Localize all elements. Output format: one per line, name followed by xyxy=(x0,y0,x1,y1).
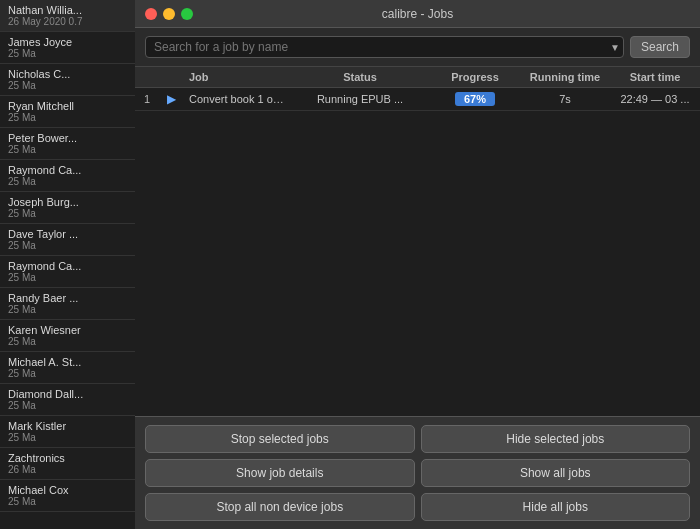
sidebar-item-9[interactable]: Randy Baer ... 25 Ma xyxy=(0,288,135,320)
search-input[interactable] xyxy=(145,36,624,58)
search-input-wrap: ▼ xyxy=(145,36,624,58)
sidebar-author: Mark Kistler xyxy=(8,420,127,432)
row-play-icon: ▶ xyxy=(159,92,183,106)
maximize-button[interactable] xyxy=(181,8,193,20)
sidebar-author: Raymond Ca... xyxy=(8,260,127,272)
sidebar-date: 25 Ma xyxy=(8,496,127,507)
sidebar-author: Joseph Burg... xyxy=(8,196,127,208)
table-row-0[interactable]: 1 ▶ Convert book 1 of 1 ... Running EPUB… xyxy=(135,88,700,111)
sidebar-author: Peter Bower... xyxy=(8,132,127,144)
sidebar-author: Randy Baer ... xyxy=(8,292,127,304)
row-num: 1 xyxy=(135,93,159,105)
show-all-button[interactable]: Show all jobs xyxy=(421,459,691,487)
sidebar-item-0[interactable]: Nathan Willia... 26 May 2020 0.7 xyxy=(0,0,135,32)
col-progress: Progress xyxy=(430,71,520,83)
table-header: Job Status Progress Running time Start t… xyxy=(135,67,700,88)
sidebar-date: 25 Ma xyxy=(8,272,127,283)
sidebar-author: Michael Cox xyxy=(8,484,127,496)
jobs-table: Job Status Progress Running time Start t… xyxy=(135,67,700,416)
sidebar-item-3[interactable]: Ryan Mitchell 25 Ma xyxy=(0,96,135,128)
sidebar-date: 25 Ma xyxy=(8,432,127,443)
sidebar-item-7[interactable]: Dave Taylor ... 25 Ma xyxy=(0,224,135,256)
row-status: Running EPUB ... xyxy=(290,93,430,105)
sidebar-author: Diamond Dall... xyxy=(8,388,127,400)
row-job: Convert book 1 of 1 ... xyxy=(183,93,290,105)
sidebar-item-5[interactable]: Raymond Ca... 25 Ma xyxy=(0,160,135,192)
sidebar-item-15[interactable]: Michael Cox 25 Ma xyxy=(0,480,135,512)
sidebar-item-11[interactable]: Michael A. St... 25 Ma xyxy=(0,352,135,384)
row-running-time: 7s xyxy=(520,93,610,105)
sidebar-author: Nicholas C... xyxy=(8,68,127,80)
close-button[interactable] xyxy=(145,8,157,20)
sidebar-item-13[interactable]: Mark Kistler 25 Ma xyxy=(0,416,135,448)
window-controls xyxy=(145,8,193,20)
sidebar-author: Raymond Ca... xyxy=(8,164,127,176)
sidebar-item-6[interactable]: Joseph Burg... 25 Ma xyxy=(0,192,135,224)
sidebar-date: 26 May 2020 0.7 xyxy=(8,16,127,27)
stop-selected-button[interactable]: Stop selected jobs xyxy=(145,425,415,453)
sidebar-date: 25 Ma xyxy=(8,240,127,251)
table-body: 1 ▶ Convert book 1 of 1 ... Running EPUB… xyxy=(135,88,700,111)
hide-all-button[interactable]: Hide all jobs xyxy=(421,493,691,521)
col-num xyxy=(135,71,159,83)
bottom-buttons: Stop selected jobs Hide selected jobs Sh… xyxy=(135,416,700,529)
col-status: Status xyxy=(290,71,430,83)
sidebar-date: 25 Ma xyxy=(8,144,127,155)
search-bar: ▼ Search xyxy=(135,28,700,67)
sidebar-date: 25 Ma xyxy=(8,400,127,411)
sidebar-date: 25 Ma xyxy=(8,112,127,123)
sidebar-author: Karen Wiesner xyxy=(8,324,127,336)
sidebar-author: Ryan Mitchell xyxy=(8,100,127,112)
search-button[interactable]: Search xyxy=(630,36,690,58)
sidebar-author: James Joyce xyxy=(8,36,127,48)
window-title: calibre - Jobs xyxy=(382,7,453,21)
sidebar-item-8[interactable]: Raymond Ca... 25 Ma xyxy=(0,256,135,288)
sidebar-item-4[interactable]: Peter Bower... 25 Ma xyxy=(0,128,135,160)
col-job: Job xyxy=(183,71,290,83)
sidebar-date: 25 Ma xyxy=(8,80,127,91)
sidebar: Nathan Willia... 26 May 2020 0.7James Jo… xyxy=(0,0,135,529)
hide-selected-button[interactable]: Hide selected jobs xyxy=(421,425,691,453)
sidebar-author: Nathan Willia... xyxy=(8,4,127,16)
col-start-time: Start time xyxy=(610,71,700,83)
sidebar-date: 25 Ma xyxy=(8,336,127,347)
sidebar-item-12[interactable]: Diamond Dall... 25 Ma xyxy=(0,384,135,416)
sidebar-date: 25 Ma xyxy=(8,176,127,187)
col-play xyxy=(159,71,183,83)
progress-badge: 67% xyxy=(455,92,495,106)
sidebar-date: 26 Ma xyxy=(8,464,127,475)
sidebar-author: Michael A. St... xyxy=(8,356,127,368)
sidebar-date: 25 Ma xyxy=(8,304,127,315)
main-panel: calibre - Jobs ▼ Search Job Status Progr… xyxy=(135,0,700,529)
sidebar-item-14[interactable]: Zachtronics 26 Ma xyxy=(0,448,135,480)
sidebar-item-2[interactable]: Nicholas C... 25 Ma xyxy=(0,64,135,96)
sidebar-item-10[interactable]: Karen Wiesner 25 Ma xyxy=(0,320,135,352)
sidebar-author: Dave Taylor ... xyxy=(8,228,127,240)
minimize-button[interactable] xyxy=(163,8,175,20)
show-details-button[interactable]: Show job details xyxy=(145,459,415,487)
sidebar-date: 25 Ma xyxy=(8,368,127,379)
col-running-time: Running time xyxy=(520,71,610,83)
row-progress: 67% xyxy=(430,92,520,106)
title-bar: calibre - Jobs xyxy=(135,0,700,28)
sidebar-author: Zachtronics xyxy=(8,452,127,464)
sidebar-item-1[interactable]: James Joyce 25 Ma xyxy=(0,32,135,64)
search-dropdown-button[interactable]: ▼ xyxy=(610,42,620,53)
row-start-time: 22:49 — 03 ... xyxy=(610,93,700,105)
sidebar-date: 25 Ma xyxy=(8,48,127,59)
sidebar-date: 25 Ma xyxy=(8,208,127,219)
stop-non-device-button[interactable]: Stop all non device jobs xyxy=(145,493,415,521)
